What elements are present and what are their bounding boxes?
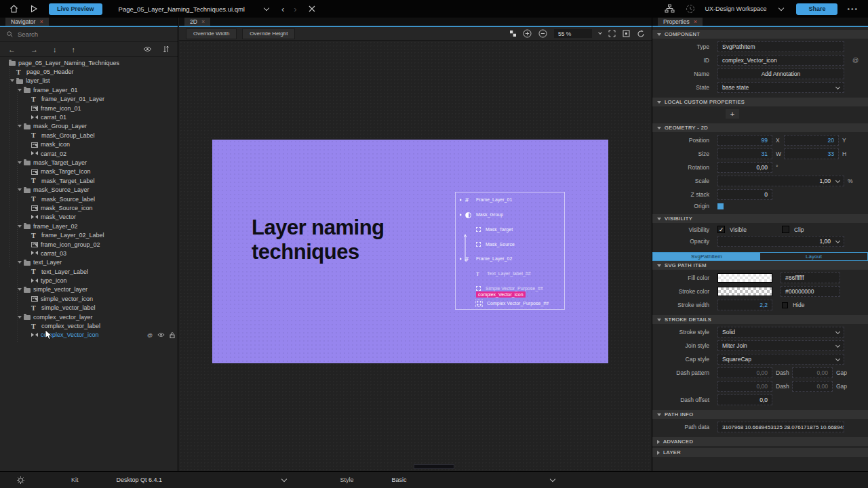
move-left-button[interactable]: ← xyxy=(8,45,16,54)
stroke-color-swatch[interactable] xyxy=(717,287,772,296)
more-menu-button[interactable]: ••• xyxy=(847,5,859,13)
forward-button[interactable]: › xyxy=(294,4,296,14)
tree-row[interactable]: frame_icon_01 xyxy=(0,104,178,113)
slide-layer-row[interactable]: Mask_Target xyxy=(456,222,564,237)
scale-dropdown[interactable]: 1,00 xyxy=(717,176,844,186)
open-file-tab[interactable]: Page_05_Layer_Naming_Techniques.ui.qml xyxy=(112,5,252,13)
fill-color-hex-field[interactable]: #66ffffff xyxy=(781,272,840,283)
horizontal-scrollbar[interactable] xyxy=(414,465,454,468)
tree-row[interactable]: frame_Layer_02_Label xyxy=(0,230,178,239)
zoom-selection-icon[interactable] xyxy=(623,30,630,37)
2d-tab-close-icon[interactable]: × xyxy=(201,19,205,25)
move-up-button[interactable]: ↑ xyxy=(72,45,76,54)
hide-checkbox[interactable] xyxy=(782,302,788,308)
tree-row[interactable]: frame_Layer_02 xyxy=(0,222,178,230)
zstack-field[interactable]: 0 xyxy=(717,189,772,200)
advanced-section-header[interactable]: ADVANCED xyxy=(652,437,868,446)
svg-path-item-header[interactable]: SVG PATH ITEM xyxy=(652,261,868,270)
fill-color-swatch[interactable] xyxy=(717,273,772,283)
tree-row[interactable]: mask_Source_label xyxy=(0,195,178,203)
subtab-layout[interactable]: Layout xyxy=(760,253,867,260)
style-dropdown[interactable]: Basic xyxy=(392,476,555,483)
slide-layer-row[interactable]: Frame_Layer_01 xyxy=(456,192,564,207)
workspace-selector-label[interactable]: UX-Design Workspace xyxy=(705,5,767,12)
tree-row[interactable]: carrat_02 xyxy=(0,149,178,158)
position-y-field[interactable]: 20 xyxy=(784,135,839,146)
override-width-button[interactable]: Override Width xyxy=(186,28,237,39)
tree-row[interactable]: frame_Layer_01_Layer xyxy=(0,95,178,104)
lock-icon[interactable] xyxy=(170,332,175,338)
2d-view-tab[interactable]: 2D × xyxy=(184,18,210,26)
node-graph-icon[interactable] xyxy=(665,3,675,14)
tree-row[interactable]: mask_Group_Label xyxy=(0,131,178,140)
path-data-field[interactable]: 3107968 10.6689453125 28.076171875 10.66… xyxy=(717,422,844,432)
stroke-color-hex-field[interactable]: #00000000 xyxy=(781,286,840,297)
properties-tab-close-icon[interactable]: × xyxy=(694,19,697,25)
tree-row[interactable]: frame_Layer_01 xyxy=(0,85,178,94)
dash1-field[interactable]: 0,00 xyxy=(717,367,772,378)
gap1-field[interactable]: 0,00 xyxy=(792,367,833,378)
tree-row[interactable]: complex_vector_layer xyxy=(0,312,178,321)
slide-layer-row[interactable]: Text_Layer_label_## xyxy=(456,266,564,281)
visible-checkbox[interactable]: ✓ xyxy=(717,226,725,233)
tree-row[interactable]: type_icon xyxy=(0,276,178,285)
properties-tab[interactable]: Properties × xyxy=(658,18,703,26)
eye-icon[interactable] xyxy=(157,332,165,338)
slide-layer-row[interactable]: complex_Vector_iconComplex Vector_Purpos… xyxy=(456,296,564,310)
tree-row[interactable]: mask_Source_icon xyxy=(0,203,178,212)
tree-row[interactable]: mask_icon xyxy=(0,140,178,149)
size-h-field[interactable]: 33 xyxy=(784,148,839,159)
clip-checkbox[interactable] xyxy=(782,226,789,233)
origin-selector[interactable] xyxy=(717,203,724,209)
reset-view-icon[interactable] xyxy=(637,30,645,38)
workspace-chevron-icon[interactable] xyxy=(776,3,787,14)
stroke-style-dropdown[interactable]: Solid xyxy=(717,327,844,338)
navigator-tab[interactable]: Navigator × xyxy=(5,18,49,26)
navigator-tab-close-icon[interactable]: × xyxy=(39,19,43,25)
artboard[interactable]: Layer naming techniques Frame_Layer_01Ma… xyxy=(212,140,608,363)
tree-row[interactable]: layer_list xyxy=(0,77,178,85)
tree-row[interactable]: carrat_03 xyxy=(0,249,178,258)
position-x-field[interactable]: 99 xyxy=(717,135,772,146)
tree-row[interactable]: mask_Group_Layer xyxy=(0,122,178,131)
cap-style-dropdown[interactable]: SquareCap xyxy=(717,354,844,365)
visibility-section-header[interactable]: VISIBILITY xyxy=(652,214,868,223)
move-down-button[interactable]: ↓ xyxy=(53,45,57,54)
tree-row[interactable]: mask_Vector xyxy=(0,213,178,222)
snap-toggle-icon[interactable] xyxy=(510,30,516,37)
gear-icon[interactable] xyxy=(16,476,25,485)
zoom-out-icon[interactable] xyxy=(538,29,547,38)
tree-row[interactable]: text_Layer_Label xyxy=(0,267,178,276)
dash2-field[interactable]: 0,00 xyxy=(717,381,772,392)
join-style-dropdown[interactable]: Miter Join xyxy=(717,340,844,351)
zoom-in-icon[interactable] xyxy=(523,29,532,38)
zoom-level-field[interactable]: 55 % xyxy=(554,29,592,38)
slide-layer-row[interactable]: Mask_Group xyxy=(456,207,564,222)
stroke-details-header[interactable]: STROKE DETAILS xyxy=(652,315,868,324)
local-custom-properties-header[interactable]: LOCAL CUSTOM PROPERTIES xyxy=(652,98,868,106)
id-field[interactable]: complex_Vector_icon xyxy=(717,55,844,66)
tree-row[interactable]: mask_Target_Label xyxy=(0,176,178,185)
component-section-header[interactable]: COMPONENT xyxy=(652,30,868,39)
path-info-header[interactable]: PATH INFO xyxy=(652,410,868,419)
tree-row[interactable]: complex_Vector_icon@ xyxy=(0,331,178,340)
add-annotation-button[interactable]: Add Annotation xyxy=(717,68,844,79)
tree-row[interactable]: carrat_01 xyxy=(0,113,178,121)
reverse-order-icon[interactable] xyxy=(163,45,170,53)
tree-row[interactable]: simple_vector_label xyxy=(0,304,178,312)
sync-status-icon[interactable] xyxy=(685,3,696,14)
tree-row[interactable]: mask_Source_Layer xyxy=(0,185,178,194)
tree-row[interactable]: mask_Target_Icon xyxy=(0,167,178,176)
move-right-button[interactable]: → xyxy=(31,45,38,54)
slide-layer-row[interactable]: Mask_Source xyxy=(456,237,564,251)
tree-row[interactable]: simple_vector_layer xyxy=(0,285,178,294)
annotation-icon[interactable]: @ xyxy=(852,57,859,64)
gap2-field[interactable]: 0,00 xyxy=(792,381,833,392)
tree-row[interactable]: complex_vector_label xyxy=(0,321,178,330)
size-w-field[interactable]: 31 xyxy=(717,148,772,159)
live-preview-button[interactable]: Live Preview xyxy=(49,3,102,15)
tree-row[interactable]: frame_icon_group_02 xyxy=(0,240,178,249)
type-field[interactable]: SvgPathItem xyxy=(717,41,844,52)
tree-row[interactable]: mask_Target_Layer xyxy=(0,158,178,167)
run-project-icon[interactable] xyxy=(28,3,39,14)
